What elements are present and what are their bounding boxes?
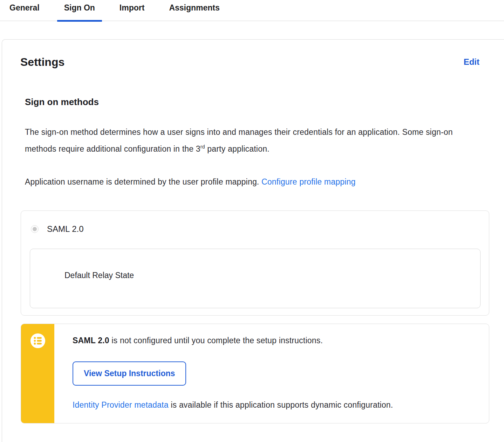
saml-radio-label: SAML 2.0 [47,224,84,234]
page-title: Settings [20,56,64,69]
callout-message: SAML 2.0 is not configured until you com… [73,336,475,345]
description-superscript: rd [200,144,205,150]
metadata-line-text: is available if this application support… [169,400,393,409]
saml-settings-panel: Default Relay State [30,249,481,308]
view-setup-instructions-button[interactable]: View Setup Instructions [73,361,186,386]
callout-body: SAML 2.0 is not configured until you com… [54,324,489,423]
tab-sign-on[interactable]: Sign On [57,0,102,21]
tab-general[interactable]: General [2,0,47,21]
tab-import[interactable]: Import [113,0,152,21]
identity-provider-metadata-link[interactable]: Identity Provider metadata [73,400,169,409]
list-icon [30,324,46,350]
edit-link[interactable]: Edit [464,57,479,67]
callout-message-rest: is not configured until you complete the… [109,336,323,345]
sign-on-methods-heading: Sign on methods [25,97,504,108]
saml-option-box: SAML 2.0 Default Relay State [21,210,489,316]
settings-card-header: Settings Edit [20,56,504,69]
callout-warning-stripe [21,324,54,423]
saml-radio-row: SAML 2.0 [31,224,489,234]
settings-card: Settings Edit Sign on methods The sign-o… [2,39,504,442]
description-text-2: party application. [205,144,270,153]
saml-radio[interactable] [31,225,39,233]
sign-on-methods-description: The sign-on method determines how a user… [25,124,458,157]
setup-callout: SAML 2.0 is not configured until you com… [21,324,489,423]
tab-bar: General Sign On Import Assignments [0,0,504,21]
username-mapping-description: Application username is determined by th… [25,173,458,190]
metadata-line: Identity Provider metadata is available … [73,400,475,410]
configure-profile-mapping-link[interactable]: Configure profile mapping [261,177,355,186]
tab-assignments[interactable]: Assignments [162,0,226,21]
username-mapping-text: Application username is determined by th… [25,177,259,186]
default-relay-state-label: Default Relay State [64,271,134,280]
callout-message-bold: SAML 2.0 [73,336,109,345]
